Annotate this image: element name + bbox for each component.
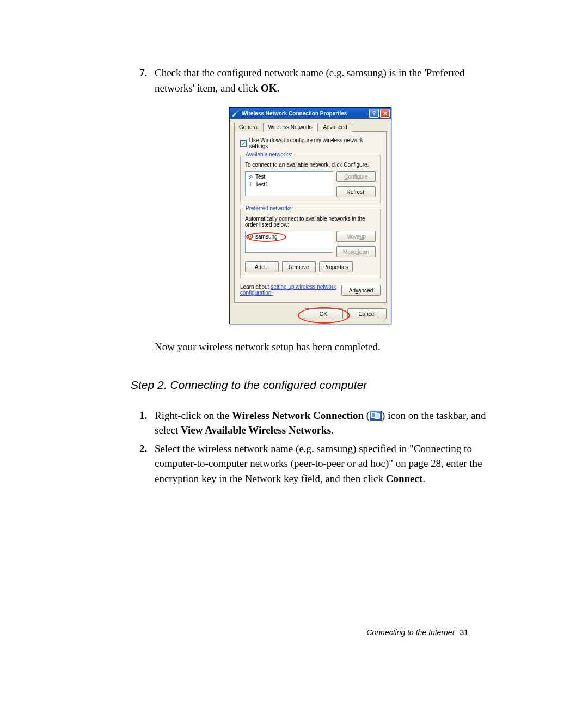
moveup-pre: Move (346, 234, 359, 240)
dialog-title: Wireless Network Connection Properties (242, 111, 347, 117)
tab-advanced-label: Advanced (323, 124, 347, 130)
item-2-number: 2. (139, 441, 155, 486)
step-7-ok: OK (261, 82, 277, 94)
cbx-pre: Use (249, 137, 261, 143)
available-networks-legend: Available networks: (244, 151, 294, 157)
item-1-text: Right-click on the Wireless Network Conn… (155, 408, 490, 438)
i2-a: Select the wireless network name (e.g. s… (155, 443, 482, 484)
list-item-label: samsung (255, 234, 278, 240)
i2-c: . (422, 473, 425, 484)
wireless-properties-dialog: Wireless Network Connection Properties ?… (229, 107, 391, 324)
wifi-icon (248, 174, 253, 179)
step-7-text-b: . (277, 82, 280, 94)
use-windows-checkbox[interactable]: ✓ (240, 140, 247, 147)
available-networks-list[interactable]: Test i Test1 (245, 171, 333, 196)
add-button[interactable]: Add... (245, 261, 279, 272)
wireless-connection-tray-icon (370, 411, 382, 421)
titlebar: Wireless Network Connection Properties ?… (230, 108, 391, 119)
cbx-u: W (260, 137, 265, 143)
list-item[interactable]: i Test1 (247, 180, 331, 188)
step-7-number: 7. (139, 65, 155, 95)
use-windows-checkbox-row[interactable]: ✓ Use Windows to configure my wireless n… (240, 137, 381, 149)
step-7: 7. Check that the configured network nam… (139, 65, 490, 95)
available-networks-group: Available networks: To connect to an ava… (240, 155, 381, 203)
move-up-button[interactable]: Move up (336, 231, 376, 242)
item-2-text: Select the wireless network name (e.g. s… (155, 441, 490, 486)
i2-b: Connect (386, 473, 423, 484)
cancel-button[interactable]: Cancel (347, 308, 387, 319)
list-item-label: Test1 (255, 181, 268, 187)
move-down-button[interactable]: Move down (336, 246, 376, 257)
configure-rest: onfigure (348, 174, 368, 180)
ok-label: OK (320, 311, 327, 317)
list-item[interactable]: samsung (247, 233, 331, 240)
dialog-screenshot: Wireless Network Connection Properties ?… (131, 107, 490, 324)
item-1-number: 1. (139, 408, 155, 438)
pref-legend-u: P (246, 205, 249, 211)
page-footer: Connecting to the Internet 31 (366, 628, 468, 637)
configure-button[interactable]: Configure (336, 171, 376, 182)
tab-panel: ✓ Use Windows to configure my wireless n… (234, 131, 387, 303)
close-button[interactable]: ✕ (380, 109, 390, 118)
remove-u: R (289, 264, 292, 270)
tab-general[interactable]: General (234, 123, 264, 132)
learn-text: Learn about setting up wireless network … (240, 284, 336, 296)
svg-point-0 (249, 178, 250, 179)
properties-button[interactable]: Properties (319, 261, 353, 272)
preferred-networks-group: Preferred networks: Automatically connec… (240, 209, 381, 278)
pref-legend-post: referred networks: (249, 205, 293, 211)
props-pre: Pr (323, 264, 329, 270)
advanced-button[interactable]: Advanced (341, 285, 381, 296)
adv-post: anced (358, 288, 373, 294)
step-7-text-a: Check that the configured network name (… (155, 67, 465, 94)
footer-page-number: 31 (460, 628, 468, 637)
configure-u: C (344, 174, 348, 180)
learn-link-1[interactable]: setting up wireless network (271, 284, 336, 290)
tab-wireless-label: Wireless Networks (268, 124, 314, 130)
step-2-heading: Step 2. Connecting to the configured com… (131, 379, 490, 392)
wireless-titlebar-icon (232, 109, 240, 117)
list-item[interactable]: Test (247, 173, 331, 180)
completion-text: Now your wireless network setup has been… (155, 339, 490, 355)
svg-point-2 (249, 235, 251, 237)
help-button[interactable]: ? (369, 109, 379, 118)
step-7-text: Check that the configured network name (… (155, 65, 490, 95)
dialog-footer: OK Cancel (234, 303, 387, 319)
avail-legend-post: etworks: (272, 151, 292, 157)
step2-item-1: 1. Right-click on the Wireless Network C… (139, 408, 490, 438)
tab-advanced[interactable]: Advanced (318, 123, 352, 132)
list-item-label: Test (255, 174, 265, 180)
i1-c: ( (364, 410, 370, 421)
tab-strip: General Wireless Networks Advanced (234, 123, 387, 132)
adv-pre: Ad (349, 288, 356, 294)
close-icon: ✕ (383, 110, 388, 117)
learn-link-2[interactable]: configuration. (240, 290, 273, 296)
props-post: perties (332, 264, 348, 270)
i1-e: View Available Wireless Networks (181, 424, 331, 436)
tab-general-label: General (239, 124, 259, 130)
refresh-label: Refresh (346, 189, 365, 195)
i1-f: . (331, 424, 334, 436)
info-icon: i (248, 181, 253, 187)
add-rest: dd... (259, 264, 269, 270)
refresh-button[interactable]: Refresh (336, 186, 376, 197)
adhoc-network-icon (248, 234, 253, 239)
avail-legend-pre: Available (246, 151, 269, 157)
movedown-post: own (359, 249, 369, 255)
ok-button[interactable]: OK (304, 308, 343, 319)
learn-lead: Learn about (240, 284, 271, 290)
preferred-desc: Automatically connect to available netwo… (245, 216, 376, 228)
i1-b: Wireless Network Connection (232, 410, 364, 421)
remove-rest: emove (293, 264, 309, 270)
preferred-networks-legend: Preferred networks: (244, 205, 295, 211)
footer-label: Connecting to the Internet (366, 628, 454, 637)
preferred-networks-list[interactable]: samsung (245, 231, 333, 253)
use-windows-label: Use Windows to configure my wireless net… (249, 137, 381, 149)
movedown-pre: Move (343, 249, 356, 255)
remove-button[interactable]: Remove (282, 261, 316, 272)
tab-wireless-networks[interactable]: Wireless Networks (264, 123, 318, 132)
cbx-post: indows to configure my wireless network … (249, 137, 363, 149)
learn-row: Learn about setting up wireless network … (240, 284, 381, 296)
cancel-label: Cancel (358, 311, 375, 317)
add-u: A (255, 264, 259, 270)
